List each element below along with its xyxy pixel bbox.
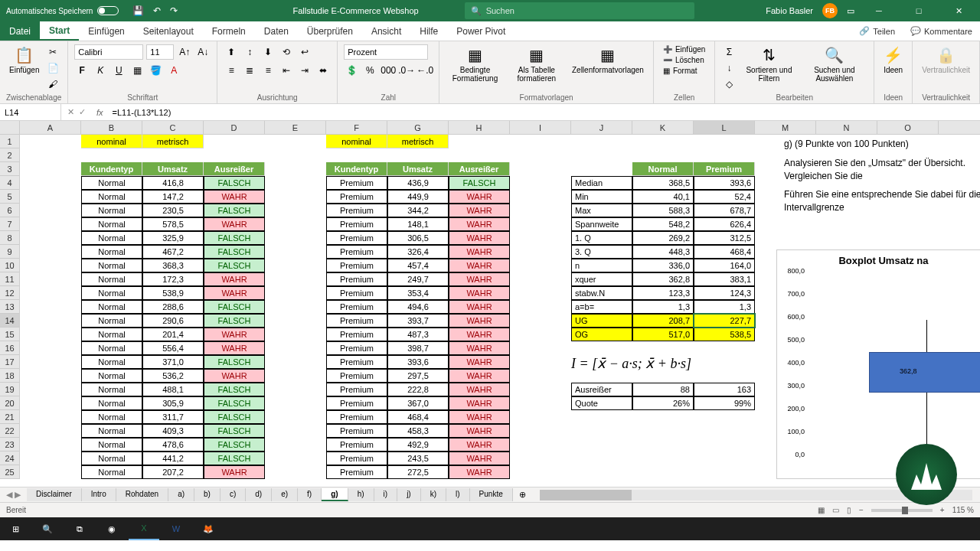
cell[interactable]: 88: [632, 383, 694, 396]
cell[interactable]: WAHR: [204, 286, 265, 300]
cell[interactable]: Premium: [326, 369, 387, 383]
tab-datei[interactable]: Datei: [0, 21, 40, 41]
cell[interactable]: OG: [571, 328, 632, 341]
cell[interactable]: FALSCH: [449, 176, 510, 190]
align-bottom-icon[interactable]: ⬇: [260, 44, 276, 60]
ideas-button[interactable]: ⚡Ideen: [880, 44, 906, 76]
cell[interactable]: Premium: [326, 328, 387, 341]
col-header-A[interactable]: A: [20, 121, 81, 134]
sheet-tab[interactable]: k): [421, 488, 446, 501]
row-header-19[interactable]: 19: [0, 383, 20, 396]
cell[interactable]: WAHR: [204, 328, 265, 341]
tab-start[interactable]: Start: [40, 21, 79, 41]
row-header-24[interactable]: 24: [0, 452, 20, 465]
cell[interactable]: Min: [571, 190, 632, 204]
sheet-tab[interactable]: i): [374, 488, 398, 501]
cell[interactable]: 478,6: [142, 438, 204, 452]
cell[interactable]: Normal: [81, 410, 142, 424]
row-header-2[interactable]: 2: [0, 148, 20, 162]
orientation-icon[interactable]: ⟲: [279, 44, 294, 60]
row-header-17[interactable]: 17: [0, 355, 20, 369]
cell[interactable]: Premium: [326, 383, 387, 396]
cell[interactable]: 468,4: [387, 410, 449, 424]
view-layout-icon[interactable]: ▭: [832, 506, 839, 514]
cell[interactable]: Kundentyp: [81, 162, 142, 176]
cell[interactable]: 208,7: [632, 314, 694, 328]
conditional-format-button[interactable]: ▦Bedingte Formatierung: [446, 44, 504, 84]
cell[interactable]: Umsatz: [142, 162, 204, 176]
cell[interactable]: Normal: [81, 272, 142, 286]
cell[interactable]: Premium: [326, 424, 387, 438]
cell[interactable]: 272,5: [387, 465, 449, 479]
cell[interactable]: Premium: [326, 176, 387, 190]
cell[interactable]: FALSCH: [204, 383, 265, 396]
row-header-4[interactable]: 4: [0, 176, 20, 190]
sort-filter-button[interactable]: ⇅Sortieren und Filtern: [740, 44, 798, 84]
cell[interactable]: Ausreißer: [571, 383, 632, 396]
tab-daten[interactable]: Daten: [255, 21, 298, 41]
search-box[interactable]: 🔍 Suchen: [465, 2, 694, 19]
cell[interactable]: 371,0: [142, 355, 204, 369]
cell[interactable]: 311,7: [142, 410, 204, 424]
app-icon-1[interactable]: ◉: [96, 517, 127, 540]
cell[interactable]: Spannweite: [571, 217, 632, 231]
cell[interactable]: 52,4: [694, 190, 755, 204]
sensitivity-button[interactable]: 🔒Vertraulichkeit: [919, 44, 973, 76]
col-header-O[interactable]: O: [877, 121, 939, 134]
cell[interactable]: WAHR: [449, 286, 510, 300]
cell[interactable]: 336,0: [632, 259, 694, 272]
cell[interactable]: FALSCH: [204, 231, 265, 245]
cell[interactable]: 492,9: [387, 438, 449, 452]
cell[interactable]: 124,3: [694, 286, 755, 300]
start-menu-icon[interactable]: ⊞: [0, 517, 31, 540]
cell[interactable]: 222,8: [387, 383, 449, 396]
cell[interactable]: 148,1: [387, 217, 449, 231]
cell[interactable]: 1,3: [632, 300, 694, 314]
cell[interactable]: WAHR: [449, 383, 510, 396]
cell[interactable]: 305,9: [142, 396, 204, 410]
row-header-22[interactable]: 22: [0, 424, 20, 438]
tab-einfuegen[interactable]: Einfügen: [79, 21, 133, 41]
indent-dec-icon[interactable]: ⇤: [279, 63, 294, 78]
row-header-20[interactable]: 20: [0, 396, 20, 410]
cell[interactable]: 290,6: [142, 314, 204, 328]
word-taskbar-icon[interactable]: W: [161, 517, 191, 540]
row-header-1[interactable]: 1: [0, 135, 20, 148]
cell[interactable]: WAHR: [449, 259, 510, 272]
cell[interactable]: WAHR: [449, 355, 510, 369]
merge-icon[interactable]: ⬌: [315, 63, 331, 78]
cell[interactable]: xquer: [571, 272, 632, 286]
cell[interactable]: WAHR: [204, 341, 265, 355]
cell[interactable]: Normal: [81, 245, 142, 259]
cell[interactable]: 588,3: [632, 204, 694, 217]
col-header-N[interactable]: N: [816, 121, 877, 134]
cell[interactable]: 517,0: [632, 328, 694, 341]
border-icon[interactable]: ▦: [129, 63, 145, 78]
cell[interactable]: WAHR: [449, 204, 510, 217]
cell[interactable]: WAHR: [449, 452, 510, 465]
align-center-icon[interactable]: ≣: [242, 63, 257, 78]
view-pagebreak-icon[interactable]: ▯: [847, 506, 851, 514]
row-header-18[interactable]: 18: [0, 369, 20, 383]
cell[interactable]: FALSCH: [204, 259, 265, 272]
col-header-D[interactable]: D: [204, 121, 265, 134]
share-button[interactable]: 🔗 Teilen: [851, 21, 903, 41]
cell[interactable]: 368,5: [632, 176, 694, 190]
row-header-11[interactable]: 11: [0, 272, 20, 286]
boxplot-chart[interactable]: Boxplot Umsatz na 0,0100,0200,0300,0400,…: [776, 249, 980, 479]
cell[interactable]: a=b=: [571, 300, 632, 314]
cell[interactable]: WAHR: [449, 341, 510, 355]
cell[interactable]: 1,3: [694, 300, 755, 314]
cell[interactable]: 269,2: [632, 231, 694, 245]
cell[interactable]: Normal: [81, 231, 142, 245]
cell[interactable]: WAHR: [449, 300, 510, 314]
cell[interactable]: Normal: [81, 314, 142, 328]
cell[interactable]: Premium: [326, 410, 387, 424]
cell[interactable]: nominal: [326, 135, 387, 148]
cell[interactable]: Premium: [326, 465, 387, 479]
cell[interactable]: Premium: [326, 355, 387, 369]
excel-taskbar-icon[interactable]: X: [129, 517, 159, 540]
select-all-corner[interactable]: [0, 121, 20, 135]
tab-formeln[interactable]: Formeln: [203, 21, 255, 41]
cell[interactable]: FALSCH: [204, 355, 265, 369]
